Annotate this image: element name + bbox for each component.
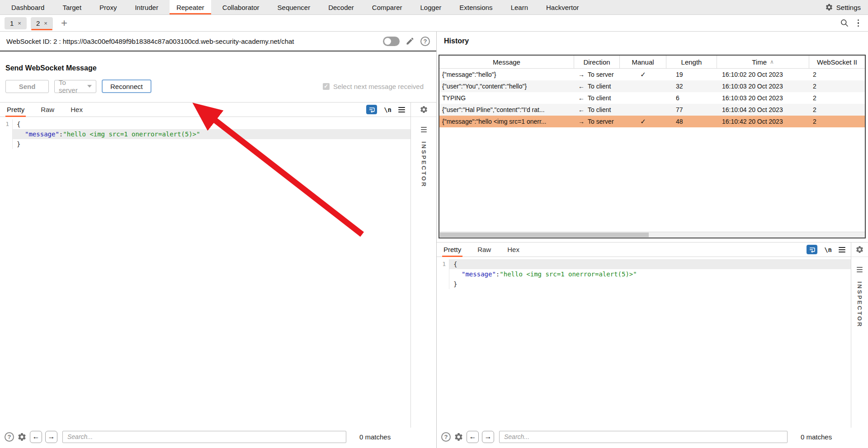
gear-icon bbox=[454, 432, 463, 442]
word-wrap-icon[interactable] bbox=[807, 245, 817, 254]
horizontal-scrollbar[interactable] bbox=[439, 232, 865, 238]
code-line: "message":"hello <img src=1 onerror=aler… bbox=[437, 269, 851, 279]
history-table-row[interactable]: {"message":"hello"} → To server ✓ 19 16:… bbox=[439, 69, 865, 80]
reconnect-button[interactable]: Reconnect bbox=[102, 79, 151, 93]
previous-match-button[interactable]: ← bbox=[467, 431, 479, 443]
history-table-row[interactable]: {"user":"Hal Pline","content":"I'd rat..… bbox=[439, 104, 865, 116]
editor-toolbar-icons: \n bbox=[807, 245, 851, 254]
tab-hex[interactable]: Hex bbox=[507, 243, 519, 257]
add-tab-button[interactable]: + bbox=[57, 18, 71, 28]
inspector-tab[interactable]: INSPECTOR bbox=[420, 141, 427, 188]
inspector-tab[interactable]: INSPECTOR bbox=[856, 281, 863, 328]
column-header-time[interactable]: Time ∧ bbox=[717, 56, 809, 68]
gear-icon[interactable] bbox=[420, 105, 428, 114]
next-match-button[interactable]: → bbox=[482, 431, 494, 443]
show-newlines-icon[interactable]: \n bbox=[384, 106, 392, 113]
next-match-button[interactable]: → bbox=[45, 431, 57, 443]
column-header-manual[interactable]: Manual bbox=[620, 56, 666, 68]
help-icon[interactable]: ? bbox=[441, 432, 451, 442]
search-input[interactable] bbox=[499, 431, 788, 443]
editor-menu-icon[interactable] bbox=[839, 247, 845, 252]
cell-websocket-id: 2 bbox=[809, 80, 865, 92]
menu-item-decoder[interactable]: Decoder bbox=[321, 0, 361, 14]
direction-text: To client bbox=[588, 106, 611, 113]
word-wrap-icon[interactable] bbox=[366, 105, 377, 114]
tab-raw[interactable]: Raw bbox=[41, 103, 54, 117]
wrap-glyph-icon bbox=[808, 246, 816, 253]
collapse-panel-icon[interactable] bbox=[421, 127, 427, 132]
direction-arrow-icon: → bbox=[578, 118, 585, 125]
menu-item-collaborator[interactable]: Collaborator bbox=[216, 0, 266, 14]
search-input[interactable] bbox=[62, 431, 346, 443]
tab-close-icon[interactable]: × bbox=[18, 20, 21, 27]
search-settings-button[interactable] bbox=[17, 432, 27, 442]
response-editor: Pretty Raw Hex \n 1 { bbox=[437, 243, 851, 428]
menu-item-repeater[interactable]: Repeater bbox=[170, 0, 211, 14]
help-icon[interactable]: ? bbox=[420, 37, 430, 46]
cell-direction: ← To client bbox=[574, 104, 620, 116]
column-header-length[interactable]: Length bbox=[666, 56, 717, 68]
code-text: } bbox=[13, 139, 410, 149]
previous-match-button[interactable]: ← bbox=[30, 431, 42, 443]
settings-button[interactable]: Settings bbox=[818, 0, 868, 14]
menu-item-target[interactable]: Target bbox=[56, 0, 88, 14]
edit-pencil-icon[interactable] bbox=[406, 37, 415, 46]
scrollbar-thumb[interactable] bbox=[440, 233, 649, 237]
direction-select-value: To server bbox=[59, 79, 84, 94]
tab-pretty[interactable]: Pretty bbox=[7, 103, 24, 117]
message-code-area[interactable]: 1 { "message":"hello <img src=1 onerror=… bbox=[0, 117, 410, 428]
response-search-toolbar: ? ← → 0 matches bbox=[441, 429, 832, 444]
help-icon[interactable]: ? bbox=[5, 432, 14, 442]
menu-item-comparer[interactable]: Comparer bbox=[365, 0, 409, 14]
tab-pretty[interactable]: Pretty bbox=[443, 243, 461, 257]
match-count: 0 matches bbox=[801, 433, 832, 441]
search-settings-button[interactable] bbox=[454, 432, 463, 442]
history-table-row[interactable]: TYPING ← To client 6 16:10:03 20 Oct 202… bbox=[439, 92, 865, 104]
history-table-row[interactable]: {"user":"You","content":"hello"} ← To cl… bbox=[439, 80, 865, 92]
match-count: 0 matches bbox=[359, 433, 391, 441]
column-header-websocket-id[interactable]: WebSocket II bbox=[809, 56, 865, 68]
direction-select[interactable]: To server bbox=[54, 80, 96, 93]
menu-item-sequencer[interactable]: Sequencer bbox=[271, 0, 317, 14]
cell-time: 16:10:02 20 Oct 2023 bbox=[717, 69, 809, 80]
history-table-row[interactable]: {"message":"hello <img src=1 onerr... → … bbox=[439, 116, 865, 127]
history-table-empty-area bbox=[439, 127, 865, 232]
connection-toggle[interactable] bbox=[383, 37, 400, 46]
history-table[interactable]: Message Direction Manual Length Time ∧ W… bbox=[439, 55, 866, 238]
menu-item-logger[interactable]: Logger bbox=[414, 0, 448, 14]
cell-websocket-id: 2 bbox=[809, 116, 865, 127]
tab-close-icon[interactable]: × bbox=[44, 20, 47, 27]
repeater-tab-2[interactable]: 2 × bbox=[31, 17, 53, 29]
tab-hex[interactable]: Hex bbox=[71, 103, 83, 117]
response-code-area[interactable]: 1 { "message":"hello <img src=1 onerror=… bbox=[437, 257, 851, 428]
editor-menu-icon[interactable] bbox=[398, 107, 405, 112]
column-header-direction[interactable]: Direction bbox=[574, 56, 620, 68]
show-newlines-icon[interactable]: \n bbox=[824, 246, 832, 253]
main-split: WebSocket ID: 2 : https://0a3c00ef0489f9… bbox=[0, 32, 868, 448]
inspector-strip-right: INSPECTOR bbox=[851, 243, 868, 428]
more-menu-icon[interactable] bbox=[853, 19, 864, 27]
search-icon[interactable] bbox=[840, 19, 849, 28]
send-button[interactable]: Send bbox=[5, 80, 49, 93]
column-header-message[interactable]: Message bbox=[439, 56, 574, 68]
gear-icon[interactable] bbox=[855, 245, 864, 254]
menu-item-extensions[interactable]: Extensions bbox=[453, 0, 499, 14]
wrap-glyph-icon bbox=[368, 106, 376, 113]
cell-websocket-id: 2 bbox=[809, 69, 865, 80]
tab-raw[interactable]: Raw bbox=[477, 243, 491, 257]
menu-item-proxy[interactable]: Proxy bbox=[93, 0, 123, 14]
toggle-knob bbox=[384, 38, 391, 45]
collapse-panel-icon[interactable] bbox=[857, 267, 863, 272]
direction-arrow-icon: ← bbox=[578, 94, 585, 102]
menu-item-hackvertor[interactable]: Hackvertor bbox=[539, 0, 586, 14]
menu-item-dashboard[interactable]: Dashboard bbox=[5, 0, 51, 14]
history-heading: History bbox=[444, 37, 469, 45]
json-key: "message" bbox=[462, 271, 496, 278]
menu-item-learn[interactable]: Learn bbox=[504, 0, 535, 14]
code-line-highlighted: 1 { bbox=[437, 259, 851, 269]
repeater-tab-1[interactable]: 1 × bbox=[5, 17, 27, 29]
menu-item-intruder[interactable]: Intruder bbox=[128, 0, 165, 14]
column-header-time-label: Time bbox=[752, 58, 767, 66]
select-next-message-checkbox[interactable]: ✓ bbox=[323, 83, 330, 90]
cell-message: {"message":"hello <img src=1 onerr... bbox=[439, 116, 574, 127]
